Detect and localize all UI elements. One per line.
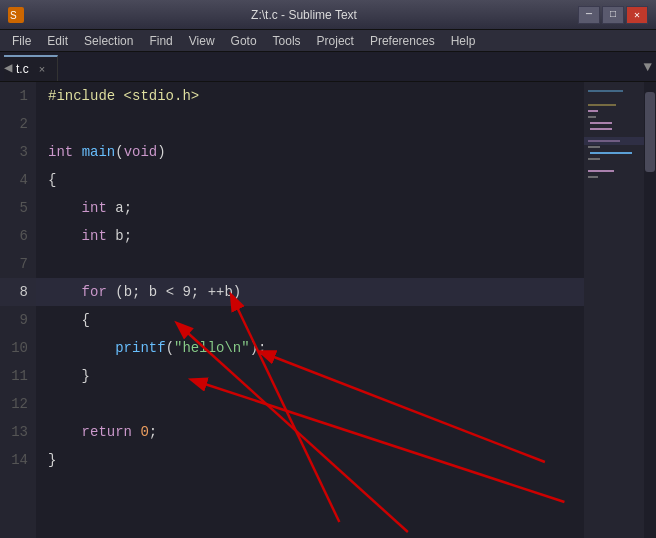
scrollbar-thumb[interactable] (645, 92, 655, 172)
app-icon: S (8, 7, 24, 23)
code-line-7 (36, 250, 584, 278)
code-line-11: } (36, 362, 584, 390)
code-line-3: int main ( void ) (36, 138, 584, 166)
line-num-11: 11 (0, 362, 36, 390)
maximize-button[interactable]: □ (602, 6, 624, 24)
vertical-scrollbar[interactable] (644, 82, 656, 538)
line-num-15 (0, 474, 36, 502)
code-line-6: int b; (36, 222, 584, 250)
svg-rect-16 (590, 152, 632, 154)
svg-rect-11 (588, 116, 596, 118)
editor: 1 2 3 4 5 6 7 8 9 10 11 12 13 14 #includ… (0, 82, 656, 538)
code-line-5: int a; (36, 194, 584, 222)
minimize-button[interactable]: ─ (578, 6, 600, 24)
window-controls: ─ □ ✕ (578, 6, 648, 24)
menu-find[interactable]: Find (141, 32, 180, 50)
menu-tools[interactable]: Tools (265, 32, 309, 50)
tab-bar: ◀ t.c × ▼ (0, 52, 656, 82)
svg-rect-17 (588, 158, 600, 160)
svg-text:S: S (10, 10, 17, 21)
svg-rect-8 (588, 90, 623, 92)
line-num-16 (0, 502, 36, 530)
line-num-1: 1 (0, 82, 36, 110)
svg-rect-10 (588, 110, 598, 112)
code-line-4: { (36, 166, 584, 194)
svg-rect-20 (584, 137, 644, 145)
code-line-2 (36, 110, 584, 138)
line-num-3: 3 (0, 138, 36, 166)
line-numbers: 1 2 3 4 5 6 7 8 9 10 11 12 13 14 (0, 82, 36, 538)
line-num-5: 5 (0, 194, 36, 222)
menu-preferences[interactable]: Preferences (362, 32, 443, 50)
tab-label: t.c (16, 62, 29, 76)
close-button[interactable]: ✕ (626, 6, 648, 24)
svg-rect-13 (590, 128, 612, 130)
line-num-13: 13 (0, 418, 36, 446)
menu-bar: File Edit Selection Find View Goto Tools… (0, 30, 656, 52)
line-num-2: 2 (0, 110, 36, 138)
title-bar: S Z:\t.c - Sublime Text ─ □ ✕ (0, 0, 656, 30)
svg-rect-7 (584, 82, 644, 538)
menu-help[interactable]: Help (443, 32, 484, 50)
line-num-10: 10 (0, 334, 36, 362)
tab-dropdown-icon[interactable]: ▼ (644, 59, 652, 75)
svg-rect-9 (588, 104, 616, 106)
menu-view[interactable]: View (181, 32, 223, 50)
line-num-7: 7 (0, 250, 36, 278)
svg-rect-15 (588, 146, 600, 148)
menu-goto[interactable]: Goto (223, 32, 265, 50)
tab-close[interactable]: × (37, 62, 47, 76)
line-num-4: 4 (0, 166, 36, 194)
code-line-8: for (b; b < 9; ++b) (36, 278, 584, 306)
code-line-12 (36, 390, 584, 418)
minimap-canvas (584, 82, 644, 538)
tab-nav-left[interactable]: ◀ (4, 58, 12, 75)
line-num-8: 8 (0, 278, 36, 306)
code-line-1: #include <stdio.h> (36, 82, 584, 110)
menu-file[interactable]: File (4, 32, 39, 50)
svg-rect-19 (588, 176, 598, 178)
code-line-10: printf ( "hello\n" ); (36, 334, 584, 362)
menu-selection[interactable]: Selection (76, 32, 141, 50)
svg-rect-12 (590, 122, 612, 124)
svg-rect-18 (588, 170, 614, 172)
code-line-9: { (36, 306, 584, 334)
code-line-14: } (36, 446, 584, 474)
line-num-14: 14 (0, 446, 36, 474)
line-num-9: 9 (0, 306, 36, 334)
minimap (584, 82, 644, 538)
line-num-12: 12 (0, 390, 36, 418)
code-area[interactable]: #include <stdio.h> int main ( void ) { i… (36, 82, 584, 538)
line-num-6: 6 (0, 222, 36, 250)
menu-project[interactable]: Project (309, 32, 362, 50)
code-line-13: return 0 ; (36, 418, 584, 446)
menu-edit[interactable]: Edit (39, 32, 76, 50)
title-text: Z:\t.c - Sublime Text (30, 8, 578, 22)
